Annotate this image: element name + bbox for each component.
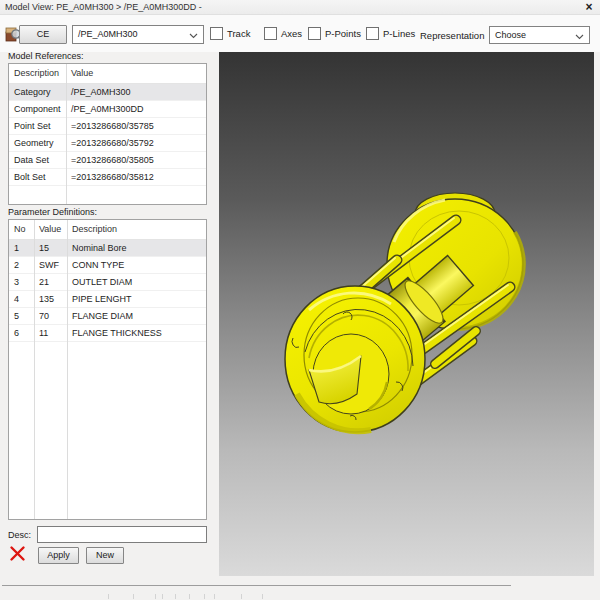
tick-mark	[133, 594, 134, 599]
column-header: Value	[34, 220, 67, 239]
table-row[interactable]: 4135PIPE LENGHT	[9, 291, 206, 308]
model-combobox-value: /PE_A0MH300	[78, 29, 138, 39]
checkbox-track-box[interactable]	[210, 27, 223, 40]
close-icon[interactable]: ×	[582, 0, 596, 14]
model-references-table: DescriptionValue Category/PE_A0MH300Comp…	[8, 63, 207, 205]
representation-combobox-value: Choose	[495, 30, 526, 40]
chevron-down-icon	[189, 33, 198, 39]
table-cell: OUTLET DIAM	[67, 274, 206, 290]
delete-red-x-icon[interactable]	[9, 545, 26, 562]
column-header: Value	[66, 64, 206, 83]
table-row[interactable]: 115Nominal Bore	[9, 240, 206, 257]
checkbox-track[interactable]: Track	[210, 27, 250, 40]
table-header: NoValueDescription	[9, 220, 206, 240]
table-cell: SWF	[34, 257, 67, 273]
checkbox-plines[interactable]: P-Lines	[366, 27, 415, 40]
tick-mark	[175, 594, 176, 599]
table-row[interactable]: Bolt Set=2013286680/35812	[9, 169, 206, 186]
column-header: No	[9, 220, 34, 239]
table-cell: Category	[9, 84, 66, 100]
tick-mark	[108, 594, 109, 599]
checkbox-axes[interactable]: Axes	[264, 27, 302, 40]
table-cell: CONN TYPE	[67, 257, 206, 273]
table-row[interactable]: Geometry=2013286680/35792	[9, 135, 206, 152]
column-header: Description	[9, 64, 66, 83]
chevron-down-icon	[575, 34, 584, 40]
table-cell: /PE_A0MH300DD	[66, 101, 206, 117]
parameter-definitions-table: NoValueDescription 115Nominal Bore2SWFCO…	[8, 219, 207, 520]
table-cell: FLANGE DIAM	[67, 308, 206, 324]
model-3d-graphic	[219, 52, 594, 576]
table-row[interactable]: Category/PE_A0MH300	[9, 84, 206, 101]
bottom-divider	[2, 585, 511, 586]
table-row[interactable]: Point Set=2013286680/35785	[9, 118, 206, 135]
table-cell: 5	[9, 308, 34, 324]
table-cell: FLANGE THICKNESS	[67, 325, 206, 341]
table-cell: 2	[9, 257, 34, 273]
table-row[interactable]: Component/PE_A0MH300DD	[9, 101, 206, 118]
table-cell: 70	[34, 308, 67, 324]
model-view-dialog: { "window": { "title": "Model View: PE_A…	[0, 0, 600, 600]
table-row[interactable]: 570FLANGE DIAM	[9, 308, 206, 325]
table-cell: PIPE LENGHT	[67, 291, 206, 307]
parameter-definitions-label: Parameter Definitions:	[8, 207, 97, 217]
table-cell: 11	[34, 325, 67, 341]
new-button[interactable]: New	[86, 547, 124, 564]
model-front-flange	[285, 286, 425, 432]
checkbox-ppoints-box[interactable]	[308, 27, 321, 40]
checkbox-ppoints[interactable]: P-Points	[308, 27, 361, 40]
tick-mark	[214, 594, 215, 599]
column-separator	[34, 220, 35, 519]
table-cell: 135	[34, 291, 67, 307]
column-header: Description	[67, 220, 206, 239]
model-combobox[interactable]: /PE_A0MH300	[72, 25, 204, 44]
table-cell: =2013286680/35812	[66, 169, 206, 185]
column-separator	[66, 64, 67, 204]
table-cell: Component	[9, 101, 66, 117]
ce-button[interactable]: CE	[19, 25, 67, 44]
table-cell: Nominal Bore	[67, 240, 206, 256]
table-cell: Bolt Set	[9, 169, 66, 185]
tick-mark	[162, 594, 163, 599]
representation-label: Representation	[420, 30, 484, 41]
table-row[interactable]: 321OUTLET DIAM	[9, 274, 206, 291]
table-cell: Geometry	[9, 135, 66, 151]
column-separator	[67, 220, 68, 519]
tick-mark	[189, 594, 190, 599]
table-header: DescriptionValue	[9, 64, 206, 84]
viewport-3d[interactable]	[219, 52, 594, 576]
table-cell: 15	[34, 240, 67, 256]
table-row[interactable]: 2SWFCONN TYPE	[9, 257, 206, 274]
table-cell: 1	[9, 240, 34, 256]
model-references-label: Model References:	[8, 51, 84, 61]
table-cell: =2013286680/35792	[66, 135, 206, 151]
tick-mark	[204, 594, 205, 599]
table-cell: Point Set	[9, 118, 66, 134]
representation-combobox[interactable]: Choose	[489, 26, 590, 44]
table-body: Category/PE_A0MH300Component/PE_A0MH300D…	[9, 84, 206, 186]
table-cell: =2013286680/35805	[66, 152, 206, 168]
tick-mark	[262, 594, 263, 599]
checkbox-plines-box[interactable]	[366, 27, 379, 40]
toolbar: CE /PE_A0MH300 Track Axes P-Points P-Lin…	[0, 15, 600, 52]
table-cell: 3	[9, 274, 34, 290]
table-cell: 21	[34, 274, 67, 290]
table-row[interactable]: Data Set=2013286680/35805	[9, 152, 206, 169]
apply-button[interactable]: Apply	[38, 547, 79, 564]
table-row[interactable]: 611FLANGE THICKNESS	[9, 325, 206, 342]
table-cell: =2013286680/35785	[66, 118, 206, 134]
table-cell: /PE_A0MH300	[66, 84, 206, 100]
desc-label: Desc:	[8, 530, 31, 540]
table-body: 115Nominal Bore2SWFCONN TYPE321OUTLET DI…	[9, 240, 206, 342]
table-cell: 4	[9, 291, 34, 307]
tick-mark	[241, 594, 242, 599]
table-cell: 6	[9, 325, 34, 341]
tick-mark	[155, 594, 156, 599]
title-bar: Model View: PE_A0MH300 > /PE_A0MH300DD -…	[0, 0, 600, 15]
table-cell: Data Set	[9, 152, 66, 168]
checkbox-axes-box[interactable]	[264, 27, 277, 40]
window-title: Model View: PE_A0MH300 > /PE_A0MH300DD -	[5, 2, 202, 12]
desc-input[interactable]	[37, 526, 207, 543]
